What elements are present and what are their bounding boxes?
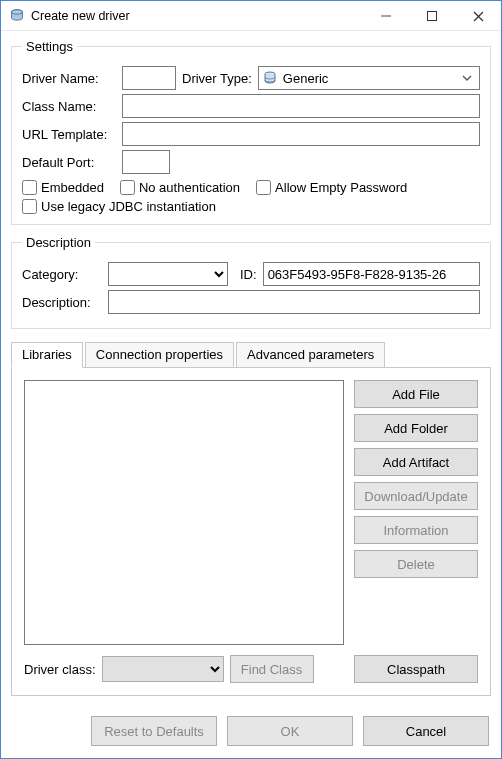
libraries-side-buttons: Add File Add Folder Add Artifact Downloa… xyxy=(354,380,478,645)
default-port-label: Default Port: xyxy=(22,155,116,170)
minimize-button[interactable] xyxy=(363,1,409,31)
legacy-jdbc-checkbox-wrap[interactable]: Use legacy JDBC instantiation xyxy=(22,199,480,214)
description-label: Description: xyxy=(22,295,102,310)
driver-type-label: Driver Type: xyxy=(182,71,252,86)
legacy-jdbc-label: Use legacy JDBC instantiation xyxy=(41,199,216,214)
tab-libraries[interactable]: Libraries xyxy=(11,342,83,368)
maximize-icon xyxy=(427,11,437,21)
no-auth-checkbox[interactable] xyxy=(120,180,135,195)
find-class-button: Find Class xyxy=(230,655,314,683)
classpath-button[interactable]: Classpath xyxy=(354,655,478,683)
description-input[interactable] xyxy=(108,290,480,314)
no-auth-checkbox-wrap[interactable]: No authentication xyxy=(120,180,240,195)
close-icon xyxy=(473,11,484,22)
allow-empty-pw-checkbox-wrap[interactable]: Allow Empty Password xyxy=(256,180,407,195)
add-artifact-button[interactable]: Add Artifact xyxy=(354,448,478,476)
url-template-input[interactable] xyxy=(122,122,480,146)
description-legend: Description xyxy=(22,235,95,250)
close-button[interactable] xyxy=(455,1,501,31)
driver-name-input[interactable] xyxy=(122,66,176,90)
tabstrip: Libraries Connection properties Advanced… xyxy=(11,342,491,368)
tab-connection-properties[interactable]: Connection properties xyxy=(85,342,234,368)
class-name-label: Class Name: xyxy=(22,99,116,114)
row-default-port: Default Port: xyxy=(22,150,480,174)
download-update-button: Download/Update xyxy=(354,482,478,510)
row-description: Description: xyxy=(22,290,480,314)
row-url-template: URL Template: xyxy=(22,122,480,146)
allow-empty-pw-checkbox[interactable] xyxy=(256,180,271,195)
row-class-name: Class Name: xyxy=(22,94,480,118)
class-name-input[interactable] xyxy=(122,94,480,118)
add-folder-button[interactable]: Add Folder xyxy=(354,414,478,442)
embedded-checkbox[interactable] xyxy=(22,180,37,195)
cancel-button[interactable]: Cancel xyxy=(363,716,489,746)
row-driver-name: Driver Name: Driver Type: Generic xyxy=(22,66,480,90)
delete-button: Delete xyxy=(354,550,478,578)
embedded-checkbox-wrap[interactable]: Embedded xyxy=(22,180,104,195)
app-icon xyxy=(9,8,25,24)
tabs: Libraries Connection properties Advanced… xyxy=(11,341,491,696)
chevron-down-icon xyxy=(459,73,475,83)
driver-type-select[interactable]: Generic xyxy=(258,66,480,90)
embedded-label: Embedded xyxy=(41,180,104,195)
information-button: Information xyxy=(354,516,478,544)
driver-class-select[interactable] xyxy=(102,656,224,682)
window-controls xyxy=(363,1,501,30)
no-auth-label: No authentication xyxy=(139,180,240,195)
reset-to-defaults-button: Reset to Defaults xyxy=(91,716,217,746)
category-label: Category: xyxy=(22,267,102,282)
id-label: ID: xyxy=(240,267,257,282)
window-title: Create new driver xyxy=(31,9,363,23)
ok-button: OK xyxy=(227,716,353,746)
id-input[interactable] xyxy=(263,262,480,286)
svg-rect-3 xyxy=(428,12,437,21)
libraries-top: Add File Add Folder Add Artifact Downloa… xyxy=(24,380,478,645)
tabpanel-libraries: Add File Add Folder Add Artifact Downloa… xyxy=(11,367,491,696)
dialog-window: Create new driver Settings Driver Name: … xyxy=(0,0,502,759)
titlebar: Create new driver xyxy=(1,1,501,31)
settings-checkboxes: Embedded No authentication Allow Empty P… xyxy=(22,180,480,214)
maximize-button[interactable] xyxy=(409,1,455,31)
description-group: Description Category: ID: Description: xyxy=(11,235,491,329)
legacy-jdbc-checkbox[interactable] xyxy=(22,199,37,214)
url-template-label: URL Template: xyxy=(22,127,116,142)
database-icon xyxy=(263,71,277,85)
dialog-body: Settings Driver Name: Driver Type: Gener xyxy=(1,31,501,706)
libraries-list[interactable] xyxy=(24,380,344,645)
default-port-input[interactable] xyxy=(122,150,170,174)
add-file-button[interactable]: Add File xyxy=(354,380,478,408)
driver-type-value: Generic xyxy=(283,71,453,86)
footer: Reset to Defaults OK Cancel xyxy=(1,706,501,758)
allow-empty-pw-label: Allow Empty Password xyxy=(275,180,407,195)
row-category-id: Category: ID: xyxy=(22,262,480,286)
libraries-bottom: Driver class: Find Class Classpath xyxy=(24,655,478,683)
category-select[interactable] xyxy=(108,262,228,286)
minimize-icon xyxy=(381,11,391,21)
tab-advanced-parameters[interactable]: Advanced parameters xyxy=(236,342,385,368)
driver-name-label: Driver Name: xyxy=(22,71,116,86)
driver-class-label: Driver class: xyxy=(24,662,96,677)
settings-legend: Settings xyxy=(22,39,77,54)
settings-group: Settings Driver Name: Driver Type: Gener xyxy=(11,39,491,225)
